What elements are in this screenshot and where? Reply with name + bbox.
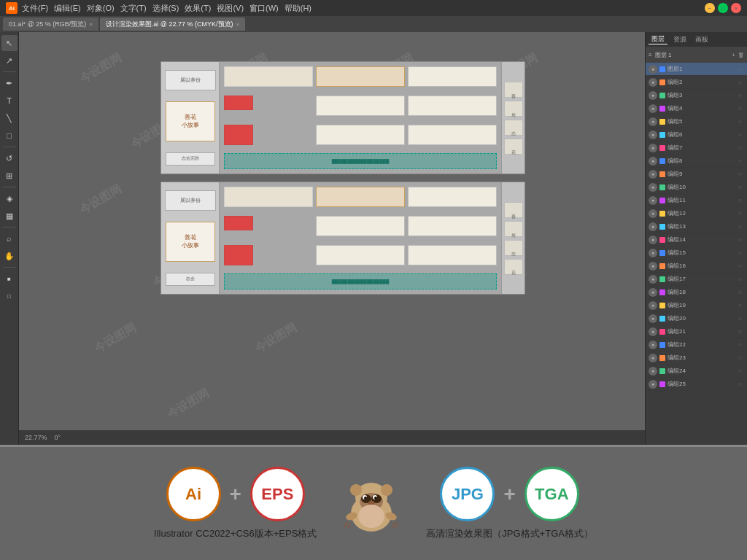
layer-lock-icon[interactable]: ○ bbox=[738, 171, 744, 176]
layer-item-18[interactable]: ●编组18○ bbox=[646, 286, 747, 299]
layer-item-23[interactable]: ●编组23○ bbox=[646, 351, 747, 365]
eyedropper-tool[interactable]: ◈ bbox=[1, 190, 18, 206]
layer-visibility-icon[interactable]: ● bbox=[649, 104, 657, 113]
layer-visibility-icon[interactable]: ● bbox=[649, 354, 657, 362]
layer-item-17[interactable]: ●编组17○ bbox=[646, 273, 747, 286]
layer-lock-icon[interactable]: ○ bbox=[738, 119, 744, 124]
menu-effect[interactable]: 效果(T) bbox=[185, 3, 211, 14]
layer-visibility-icon[interactable]: ● bbox=[649, 262, 657, 271]
layer-visibility-icon[interactable]: ● bbox=[649, 288, 657, 297]
minimize-button[interactable]: − bbox=[705, 3, 715, 13]
layer-lock-icon[interactable]: ○ bbox=[738, 106, 744, 111]
layer-visibility-icon[interactable]: ● bbox=[649, 341, 657, 349]
rectangle-tool[interactable]: □ bbox=[1, 128, 18, 144]
layer-lock-icon[interactable]: ○ bbox=[738, 263, 744, 268]
layer-visibility-icon[interactable]: ● bbox=[649, 314, 657, 323]
layer-item-7[interactable]: ●编组7○ bbox=[646, 141, 747, 155]
layer-visibility-icon[interactable]: ● bbox=[649, 236, 657, 244]
layer-lock-icon[interactable]: ○ bbox=[738, 289, 744, 295]
tab-close-icon[interactable]: × bbox=[236, 21, 240, 28]
layer-lock-icon[interactable]: ○ bbox=[738, 224, 744, 229]
layer-item-10[interactable]: ●编组10○ bbox=[646, 181, 747, 194]
tab-close-icon[interactable]: × bbox=[89, 21, 93, 28]
menu-object[interactable]: 对象(O) bbox=[87, 3, 115, 14]
layer-item-3[interactable]: ●编组3○ bbox=[646, 89, 747, 102]
layer-item-16[interactable]: ●编组16○ bbox=[646, 260, 747, 273]
direct-selection-tool[interactable]: ↗ bbox=[1, 52, 18, 69]
menu-view[interactable]: 视图(V) bbox=[217, 3, 244, 14]
layer-lock-icon[interactable]: ○ bbox=[738, 145, 744, 150]
menu-text[interactable]: 文字(T) bbox=[120, 3, 147, 14]
layer-item-24[interactable]: ●编组24○ bbox=[646, 365, 747, 378]
layer-lock-icon[interactable]: ○ bbox=[738, 276, 744, 281]
hand-tool[interactable]: ✋ bbox=[1, 248, 18, 264]
layers-menu-btn[interactable]: ≡ bbox=[649, 52, 652, 58]
layer-item-5[interactable]: ●编组5○ bbox=[646, 115, 747, 128]
layer-visibility-icon[interactable]: ● bbox=[649, 91, 657, 100]
layer-item-2[interactable]: ●编组2○ bbox=[646, 76, 747, 89]
layer-item-21[interactable]: ●编组21○ bbox=[646, 325, 747, 338]
layer-lock-icon[interactable]: ○ bbox=[738, 184, 744, 190]
zoom-tool[interactable]: ⌕ bbox=[1, 230, 18, 246]
gradient-tool[interactable]: ▦ bbox=[1, 208, 18, 224]
layer-visibility-icon[interactable]: ● bbox=[649, 222, 657, 231]
layer-lock-icon[interactable]: ○ bbox=[738, 93, 744, 98]
layer-lock-icon[interactable]: ○ bbox=[738, 316, 744, 321]
layer-visibility-icon[interactable]: ● bbox=[649, 209, 657, 218]
layer-visibility-icon[interactable]: ● bbox=[649, 301, 657, 310]
menu-edit[interactable]: 编辑(E) bbox=[54, 3, 81, 14]
layer-lock-icon[interactable]: ○ bbox=[738, 250, 744, 255]
menu-file[interactable]: 文件(F) bbox=[22, 3, 48, 14]
layer-lock-icon[interactable]: ○ bbox=[738, 132, 744, 137]
tab-assets[interactable]: 资源 bbox=[670, 35, 689, 44]
layer-item-9[interactable]: ●编组9○ bbox=[646, 168, 747, 181]
layer-lock-icon[interactable]: ○ bbox=[738, 66, 744, 71]
layer-lock-icon[interactable]: ○ bbox=[738, 329, 744, 334]
layer-item-1[interactable]: ●图层1○ bbox=[646, 63, 747, 76]
menu-window[interactable]: 窗口(W) bbox=[249, 3, 279, 14]
scale-tool[interactable]: ⊞ bbox=[1, 168, 18, 184]
line-tool[interactable]: ╲ bbox=[1, 110, 18, 126]
layer-visibility-icon[interactable]: ● bbox=[649, 196, 657, 205]
layer-item-22[interactable]: ●编组22○ bbox=[646, 338, 747, 351]
layer-item-13[interactable]: ●编组13○ bbox=[646, 220, 747, 233]
close-button[interactable]: × bbox=[731, 3, 741, 13]
layer-visibility-icon[interactable]: ● bbox=[649, 131, 657, 139]
layer-visibility-icon[interactable]: ● bbox=[649, 327, 657, 336]
layer-lock-icon[interactable]: ○ bbox=[738, 158, 744, 163]
layer-visibility-icon[interactable]: ● bbox=[649, 380, 657, 389]
layer-visibility-icon[interactable]: ● bbox=[649, 157, 657, 166]
rotate-tool[interactable]: ↺ bbox=[1, 150, 18, 166]
layer-visibility-icon[interactable]: ● bbox=[649, 170, 657, 179]
tab-artboards[interactable]: 画板 bbox=[692, 35, 711, 44]
menu-help[interactable]: 帮助(H) bbox=[285, 3, 311, 14]
type-tool[interactable]: T bbox=[1, 93, 18, 109]
layer-lock-icon[interactable]: ○ bbox=[738, 355, 744, 360]
pen-tool[interactable]: ✒ bbox=[1, 75, 18, 91]
layer-visibility-icon[interactable]: ● bbox=[649, 78, 657, 87]
delete-layer-btn[interactable]: 🗑 bbox=[738, 52, 744, 58]
layer-item-4[interactable]: ●编组4○ bbox=[646, 102, 747, 115]
layer-visibility-icon[interactable]: ● bbox=[649, 117, 657, 126]
canvas-area[interactable]: 今设图网 今设图网 今设图网 今设图网 今设图网 今设图网 今设图网 今设图网 … bbox=[19, 32, 645, 445]
layer-item-14[interactable]: ●编组14○ bbox=[646, 233, 747, 246]
layer-lock-icon[interactable]: ○ bbox=[738, 198, 744, 203]
maximize-button[interactable]: □ bbox=[718, 3, 728, 13]
fill-color[interactable]: ■ bbox=[1, 271, 18, 287]
layer-item-19[interactable]: ●编组19○ bbox=[646, 299, 747, 312]
layer-lock-icon[interactable]: ○ bbox=[738, 368, 744, 373]
layer-item-11[interactable]: ●编组11○ bbox=[646, 194, 747, 207]
layer-visibility-icon[interactable]: ● bbox=[649, 144, 657, 152]
layer-item-20[interactable]: ●编组20○ bbox=[646, 312, 747, 325]
layer-lock-icon[interactable]: ○ bbox=[738, 342, 744, 347]
layer-item-8[interactable]: ●编组8○ bbox=[646, 155, 747, 168]
layer-lock-icon[interactable]: ○ bbox=[738, 237, 744, 242]
layer-item-15[interactable]: ●编组15○ bbox=[646, 246, 747, 260]
layer-lock-icon[interactable]: ○ bbox=[738, 211, 744, 216]
layer-visibility-icon[interactable]: ● bbox=[649, 249, 657, 257]
layer-visibility-icon[interactable]: ● bbox=[649, 183, 657, 192]
layer-lock-icon[interactable]: ○ bbox=[738, 79, 744, 85]
layer-item-25[interactable]: ●编组25○ bbox=[646, 378, 747, 391]
layer-visibility-icon[interactable]: ● bbox=[649, 275, 657, 284]
layer-item-6[interactable]: ●编组6○ bbox=[646, 128, 747, 141]
